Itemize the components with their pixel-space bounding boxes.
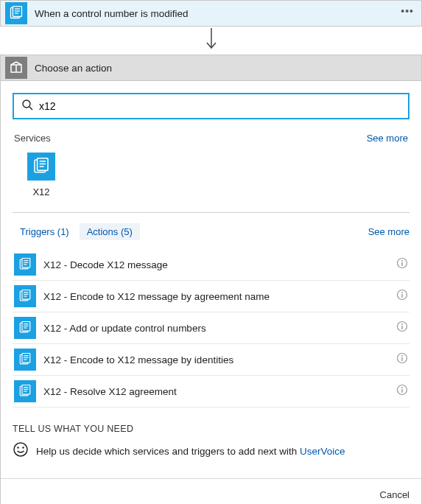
action-item[interactable]: X12 - Decode X12 message [13,249,409,281]
search-box[interactable] [13,93,409,119]
svg-rect-40 [401,326,402,329]
x12-action-icon [14,380,36,402]
panel-footer: Cancel [1,478,421,504]
svg-point-47 [401,355,403,357]
tab-actions[interactable]: Actions (5) [80,223,140,240]
info-icon[interactable] [396,321,408,335]
services-label: Services [14,133,51,144]
x12-action-icon [14,317,36,339]
services-see-more-link[interactable]: See more [367,133,408,144]
search-icon [21,99,33,113]
svg-point-58 [17,447,18,448]
service-tile-label: X12 [13,186,70,197]
info-icon[interactable] [396,257,408,272]
action-item[interactable]: X12 - Encode to X12 message by identitie… [13,344,409,376]
service-tile-x12[interactable]: X12 [13,153,70,197]
actions-see-more-link[interactable]: See more [368,226,409,237]
choose-action-header: Choose an action [0,55,422,81]
step-menu-button[interactable]: ••• [401,5,414,17]
action-item[interactable]: X12 - Encode to X12 message by agreement… [13,281,409,312]
svg-rect-32 [401,294,402,298]
tell-us-heading: TELL US WHAT YOU NEED [13,424,409,434]
svg-point-23 [401,260,403,262]
divider [13,212,409,213]
svg-rect-48 [401,357,402,361]
x12-action-icon [14,253,36,276]
svg-line-11 [29,107,32,110]
choose-action-title: Choose an action [35,63,112,74]
uservoice-link[interactable]: UserVoice [300,446,345,457]
action-label: X12 - Encode to X12 message by agreement… [43,291,389,302]
x12-action-icon [14,285,36,307]
x12-connector-icon [5,2,27,24]
svg-point-57 [14,443,27,456]
svg-point-31 [401,292,403,293]
search-input[interactable] [39,100,401,112]
info-icon[interactable] [396,352,408,367]
svg-point-10 [23,100,30,108]
action-list: X12 - Decode X12 message X12 - Encode to… [13,249,409,407]
action-picker-panel: Services See more X12 Triggers (1) Actio… [0,81,422,504]
svg-point-59 [22,447,24,448]
info-icon[interactable] [396,289,408,304]
tab-triggers[interactable]: Triggers (1) [13,223,77,240]
svg-point-39 [401,323,403,325]
action-label: X12 - Add or update control numbers [43,323,389,334]
action-label: X12 - Decode X12 message [43,259,389,270]
cancel-button[interactable]: Cancel [380,489,409,500]
action-step-icon [5,57,27,79]
svg-rect-24 [401,262,402,266]
x12-service-icon [27,153,55,181]
smile-icon [13,441,29,461]
svg-rect-56 [401,389,402,393]
action-label: X12 - Encode to X12 message by identitie… [43,354,389,365]
flow-arrow [0,27,422,55]
help-text: Help us decide which services and trigge… [36,446,345,457]
action-label: X12 - Resolve X12 agreement [43,386,389,397]
step-title: When a control number is modified [35,8,189,19]
x12-action-icon [14,349,36,371]
svg-point-55 [401,387,403,388]
info-icon[interactable] [396,384,408,399]
trigger-step-header[interactable]: When a control number is modified ••• [0,0,422,27]
action-item[interactable]: X12 - Add or update control numbers [13,312,409,344]
help-text-body: Help us decide which services and trigge… [36,446,300,457]
action-item[interactable]: X12 - Resolve X12 agreement [13,376,409,407]
